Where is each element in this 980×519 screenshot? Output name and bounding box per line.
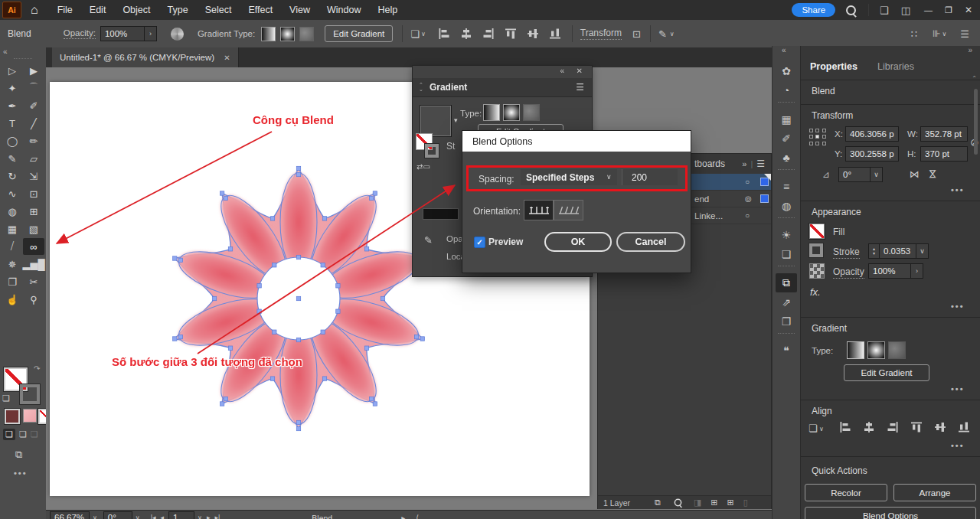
align-vertical-center-icon[interactable] <box>527 28 539 40</box>
panel-collapse-icon[interactable]: « <box>560 67 564 75</box>
menubar-item[interactable]: Object <box>114 5 158 15</box>
artboard-tool[interactable]: ❐ <box>2 273 23 290</box>
ok-button[interactable]: OK <box>544 232 612 252</box>
layer-selection-square[interactable] <box>760 178 769 186</box>
tab-libraries[interactable]: Libraries <box>877 61 914 72</box>
fx-button[interactable]: fx. <box>810 286 821 298</box>
close-button[interactable]: ✕ <box>965 5 972 15</box>
eyedropper-tool[interactable]: ⧸ <box>2 238 23 255</box>
menubar-item[interactable]: Select <box>197 5 240 15</box>
panel-list-icon[interactable]: ☰ <box>960 28 969 40</box>
flip-horizontal-icon[interactable]: ⋈ <box>910 168 920 180</box>
layers-panel-icon[interactable]: ⧉ <box>776 273 797 292</box>
home-icon[interactable]: ⌂ <box>31 3 38 17</box>
eraser-tool[interactable]: ▱ <box>23 150 44 167</box>
shape-builder-tool[interactable]: ◍ <box>2 203 23 220</box>
symbols-panel-icon[interactable]: ♣ <box>776 148 797 167</box>
comments-panel-icon[interactable]: ❝ <box>776 341 797 360</box>
zoom-chevron[interactable]: ∨ <box>93 514 97 519</box>
spacing-dropdown-chevron[interactable]: ∨ <box>606 173 612 181</box>
steps-field[interactable]: 200 <box>622 169 678 185</box>
paintbrush-tool[interactable]: ✏ <box>23 132 44 149</box>
type-tool[interactable]: T <box>2 115 23 132</box>
reference-point-locator[interactable] <box>808 127 828 147</box>
opacity-chevron[interactable]: › <box>145 26 157 41</box>
gradient-slider-fragment[interactable] <box>423 208 459 220</box>
align-horizontal-center-icon[interactable] <box>460 28 472 40</box>
default-fill-stroke-icon[interactable]: ❏ <box>2 393 10 403</box>
layer-target-icon[interactable]: ○ <box>745 178 750 186</box>
dock-options-icon[interactable]: ⊪ <box>933 28 940 39</box>
tab-close-icon[interactable]: ✕ <box>224 54 230 62</box>
align-horizontal-center-icon[interactable] <box>863 421 875 433</box>
artboards-tab-fragment[interactable]: tboards <box>694 158 725 169</box>
recolor-button[interactable]: Recolor <box>805 484 887 501</box>
mesh-tool[interactable]: ▦ <box>2 220 23 237</box>
menubar-item[interactable]: Window <box>318 5 369 15</box>
ellipse-tool[interactable]: ◯ <box>2 132 23 149</box>
new-sublayer-icon[interactable]: ⊞ <box>710 498 717 508</box>
first-artboard-icon[interactable]: |◂ <box>151 514 156 519</box>
dock-collapse-icon[interactable]: « <box>782 46 786 54</box>
align-horizontal-left-icon[interactable] <box>839 421 851 433</box>
minimize-button[interactable]: — <box>924 5 933 15</box>
workspace-grid-icon[interactable]: ∷ <box>911 28 917 40</box>
align-vertical-top-icon[interactable] <box>505 28 517 40</box>
stroke-weight-field[interactable]: 0.0353 <box>880 243 916 259</box>
grip[interactable] <box>778 102 795 108</box>
stroke-swatch[interactable] <box>20 384 40 404</box>
direct-selection-tool[interactable]: ▷ <box>2 62 23 79</box>
gradient-swatch-chevron[interactable]: ▾ <box>454 116 458 124</box>
gradient-panel-title[interactable]: Gradient <box>430 82 467 93</box>
layer-target-icon[interactable]: ○ <box>745 211 750 220</box>
freeform-gradient-button[interactable] <box>299 27 314 41</box>
grip[interactable] <box>778 169 795 175</box>
perspective-grid-tool[interactable]: ⊞ <box>23 203 44 220</box>
menubar-item[interactable]: Edit <box>81 5 115 15</box>
gradient-panel-icon[interactable]: ◔ <box>776 80 797 100</box>
align-more-icon[interactable]: ••• <box>951 441 965 450</box>
preview-label[interactable]: Preview <box>488 237 523 247</box>
linear-gradient-button[interactable] <box>261 27 276 41</box>
align-to-chevron[interactable]: ∨ <box>819 426 824 432</box>
pen-tool[interactable]: ✒ <box>2 97 23 114</box>
w-field[interactable]: 352.78 pt <box>920 126 968 142</box>
recolor-artwork-icon[interactable] <box>171 28 184 41</box>
artboard-nav-field[interactable]: 1 <box>168 511 194 519</box>
column-graph-tool[interactable]: ▂▅█ <box>23 256 44 273</box>
radial-gradient-button[interactable] <box>503 104 520 121</box>
rotation-field[interactable]: 0° <box>838 167 871 182</box>
align-horizontal-right-icon[interactable] <box>887 421 899 433</box>
brushes-panel-icon[interactable]: ✐ <box>776 129 797 148</box>
opacity-label[interactable]: Opacity: <box>64 28 96 39</box>
tab-properties[interactable]: Properties <box>810 61 858 72</box>
align-horizontal-right-icon[interactable] <box>482 28 495 40</box>
slice-tool[interactable]: ✂ <box>23 273 44 290</box>
menubar-item[interactable]: Help <box>369 5 406 15</box>
y-field[interactable]: 300.2558 p <box>845 146 899 162</box>
width-tool[interactable]: ∿ <box>2 185 23 202</box>
align-vertical-center-icon[interactable] <box>934 421 946 433</box>
freeform-gradient-button[interactable] <box>888 341 906 359</box>
align-vertical-top-icon[interactable] <box>910 421 923 433</box>
edit-gradient-button[interactable]: Edit Gradient <box>325 25 393 42</box>
freeform-gradient-button[interactable] <box>523 104 540 121</box>
share-button[interactable]: Share <box>792 3 835 17</box>
search-icon[interactable] <box>846 5 856 15</box>
collect-for-export-icon[interactable]: ⧉ <box>655 498 661 508</box>
document-tab[interactable]: Untitled-1* @ 66.67 % (CMYK/Preview) ✕ <box>52 47 239 67</box>
shared-settings-icon[interactable]: ✎ <box>658 28 667 40</box>
export-panel-icon[interactable]: ⇗ <box>776 292 797 312</box>
stroke-panel-icon[interactable]: ≡ <box>776 177 797 196</box>
gradient-stroke-swatch[interactable] <box>425 144 439 158</box>
free-transform-tool[interactable]: ⊡ <box>23 185 44 202</box>
appearance-panel-icon[interactable]: ☀ <box>776 225 797 244</box>
selection-tool[interactable]: ▶ <box>23 62 44 79</box>
blend-tool[interactable]: ∞ <box>23 238 44 255</box>
free-transform-icon[interactable]: ⊡ <box>632 28 641 40</box>
scrollbar-thumb[interactable] <box>974 89 978 155</box>
preview-checkbox[interactable]: ✓ <box>474 237 485 248</box>
radial-gradient-button[interactable] <box>280 27 295 41</box>
layer-selection-square[interactable] <box>760 194 769 203</box>
screen-mode-icon[interactable]: ⧉ <box>15 449 22 461</box>
